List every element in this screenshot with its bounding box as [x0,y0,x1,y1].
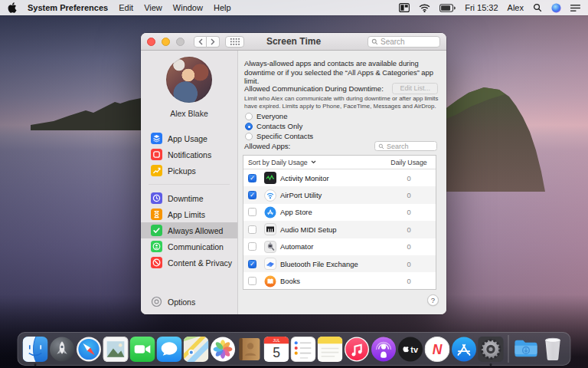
allowed-apps-label: Allowed Apps: [244,142,290,150]
sidebar-list: App Usage Notifications Pickups Downtime… [141,130,237,271]
sidebar-item-options[interactable]: Options [151,296,195,307]
dock-contacts-icon[interactable] [237,337,263,362]
sidebar-item-notifications[interactable]: Notifications [141,146,237,163]
radio-label: Specific Contacts [256,132,313,140]
forward-button[interactable] [207,36,220,48]
communication-description: Limit who Alex can communicate with duri… [244,95,443,111]
minimize-button[interactable] [162,38,170,46]
dock-facetime-icon[interactable] [130,337,155,362]
menu-help[interactable]: Help [214,3,231,12]
app-checkbox[interactable] [248,225,256,234]
bluetooth-file-exchange-icon [264,258,276,270]
table-row-books[interactable]: Books 0 [243,272,436,289]
sidebar-item-app-limits[interactable]: App Limits [141,206,237,222]
dock-reminders-icon[interactable] [291,337,316,362]
help-button[interactable]: ? [427,294,439,306]
notification-center-icon[interactable] [570,4,580,12]
dock-system-preferences-icon[interactable] [479,337,504,362]
apps-search-field[interactable]: Search [374,141,437,151]
close-button[interactable] [147,38,155,46]
menu-bar-clock[interactable]: Fri 15:32 [465,3,498,12]
dock-downloads-icon[interactable] [514,337,539,362]
user-name: Alex Blake [141,109,237,118]
spotlight-icon[interactable] [533,3,542,12]
menu-bar-status: Fri 15:32 Alex [399,3,580,13]
app-checkbox[interactable] [248,242,256,251]
radio-button[interactable] [245,133,253,140]
dock-podcasts-icon[interactable] [371,337,397,362]
always-allowed-icon [151,225,162,236]
dock-photos-icon[interactable] [211,337,236,362]
table-row-bluetooth-file-exchange[interactable]: ✓ Bluetooth File Exchange 0 [243,255,436,272]
dock-notes-icon[interactable] [318,337,343,362]
airport-utility-icon [264,189,276,202]
back-button[interactable] [194,36,207,48]
app-checkbox[interactable]: ✓ [248,191,256,199]
titlebar-search-field[interactable]: Search [368,36,440,48]
radio-specific-contacts[interactable]: Specific Contacts [245,131,313,141]
sidebar-item-label: Pickups [168,166,196,176]
dock-music-icon[interactable] [345,337,370,362]
dock-preview-icon[interactable] [103,337,129,362]
dock-launchpad-icon[interactable] [50,337,75,362]
dock-trash-icon[interactable] [541,337,566,362]
sidebar-item-pickups[interactable]: Pickups [141,163,237,179]
wifi-icon[interactable] [419,4,430,12]
table-row-app-store[interactable]: App Store 0 [243,204,436,221]
menu-view[interactable]: View [144,3,162,12]
dock-news-icon[interactable]: N [425,337,450,362]
table-row-audio-midi-setup[interactable]: Audio MIDI Setup 0 [243,221,436,238]
menu-system-preferences[interactable]: System Preferences [28,3,108,12]
app-checkbox[interactable] [248,277,256,285]
menu-window[interactable]: Window [173,3,203,12]
user-avatar[interactable] [166,57,212,103]
table-row-activity-monitor[interactable]: ✓ Activity Monitor 0 [243,169,436,186]
battery-icon[interactable] [439,4,456,12]
daily-usage-column-header: Daily Usage [382,159,436,166]
app-checkbox[interactable]: ✓ [248,260,256,268]
sidebar-item-app-usage[interactable]: App Usage [141,130,237,146]
dock-separator [508,335,509,363]
table-row-automator[interactable]: Automator 0 [243,238,436,255]
siri-icon[interactable] [551,3,561,13]
app-checkbox[interactable] [248,208,256,216]
traffic-lights [147,38,185,46]
dock-finder-icon[interactable] [23,337,48,362]
radio-button[interactable] [245,123,253,130]
zoom-button-disabled [176,38,185,46]
dock-app-store-icon[interactable] [452,337,477,362]
sidebar-item-content-privacy[interactable]: Content & Privacy [141,255,237,271]
radio-contacts-only[interactable]: Contacts Only [245,121,313,131]
options-gear-icon [151,296,162,307]
dock-maps-icon[interactable] [184,337,209,362]
dock-messages-icon[interactable] [157,337,182,362]
app-checkbox[interactable]: ✓ [248,174,256,182]
radio-everyone[interactable]: Everyone [245,111,313,121]
sidebar-item-communication[interactable]: Communication [141,238,237,255]
svg-text:5: 5 [273,345,280,360]
sidebar-item-always-allowed[interactable]: Always Allowed [141,222,237,238]
app-name: Books [280,277,382,285]
dock: JUL5tvN [18,332,571,366]
daily-usage-value: 0 [382,242,436,251]
app-store-icon [264,206,276,219]
intro-text: Always-allowed apps and contacts are ava… [244,59,440,86]
search-icon [378,143,384,150]
edit-list-button[interactable]: Edit List... [392,83,438,94]
apple-menu-icon[interactable] [8,2,17,13]
sort-label: Sort by Daily Usage [248,159,308,166]
dock-safari-icon[interactable] [77,337,102,362]
radio-button[interactable] [245,113,253,120]
table-row-airport-utility[interactable]: ✓ AirPort Utility 0 [243,186,436,203]
dock-calendar-icon[interactable]: JUL5 [264,337,289,362]
sidebar-item-downtime[interactable]: Downtime [141,190,237,206]
sort-by-daily-usage-control[interactable]: Sort by Daily Usage [243,159,382,166]
daily-usage-value: 0 [382,225,436,234]
window-tile-icon[interactable] [399,3,410,12]
app-limits-icon [151,209,162,220]
window-titlebar[interactable]: Screen Time Search [141,33,446,51]
show-all-grid-button[interactable] [225,36,244,48]
menu-edit[interactable]: Edit [119,3,133,12]
dock-tv-icon[interactable]: tv [398,337,423,362]
menu-bar-user[interactable]: Alex [508,3,524,12]
